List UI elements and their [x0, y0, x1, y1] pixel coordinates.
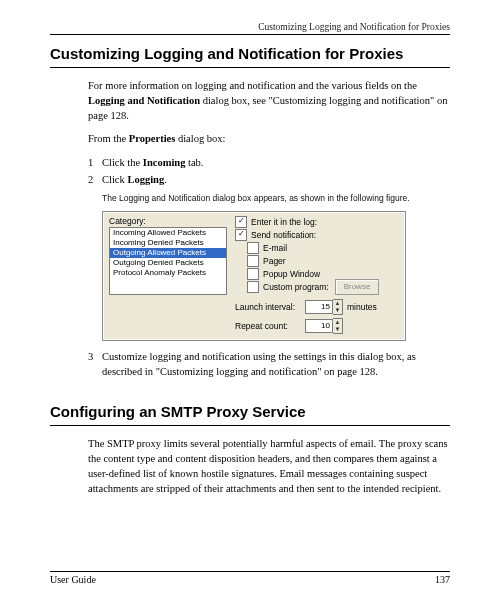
text: Click: [102, 174, 127, 185]
smtp-paragraph: The SMTP proxy limits several potentiall…: [88, 436, 450, 497]
running-head: Customizing Logging and Notification for…: [50, 22, 450, 32]
launch-interval-input[interactable]: 15: [305, 300, 333, 314]
checkbox-label: E-mail: [263, 242, 287, 254]
text: From the: [88, 133, 129, 144]
category-label: Category:: [109, 216, 227, 226]
bold-text: Logging and Notification: [88, 95, 200, 106]
checkbox-send-notification[interactable]: [235, 229, 247, 241]
section-rule: [50, 67, 450, 68]
step-text: Customize logging and notification using…: [102, 349, 450, 379]
checkbox-label: Popup Window: [263, 268, 320, 280]
list-item[interactable]: Outgoing Denied Packets: [110, 258, 226, 268]
text: .: [164, 174, 167, 185]
list-item[interactable]: Protocol Anomaly Packets: [110, 268, 226, 278]
step-3: 3 Customize logging and notification usi…: [88, 349, 450, 379]
spin-control[interactable]: ▲▼: [333, 318, 343, 334]
checkbox-label: Enter it in the log:: [251, 216, 317, 228]
list-item[interactable]: Incoming Denied Packets: [110, 238, 226, 248]
checkbox-label: Pager: [263, 255, 286, 267]
repeat-count-input[interactable]: 10: [305, 319, 333, 333]
list-item[interactable]: Incoming Allowed Packets: [110, 228, 226, 238]
from-properties: From the Properties dialog box:: [88, 131, 450, 146]
step-text: Click Logging.: [102, 172, 450, 187]
step-number: 2: [88, 172, 102, 187]
section-rule: [50, 425, 450, 426]
section-title-smtp: Configuring an SMTP Proxy Service: [50, 403, 450, 422]
step-number: 3: [88, 349, 102, 379]
step-note: The Logging and Notification dialog box …: [102, 193, 450, 204]
checkbox-enter-log[interactable]: [235, 216, 247, 228]
text: dialog box:: [175, 133, 225, 144]
footer-page-number: 137: [435, 574, 450, 585]
step-text: Click the Incoming tab.: [102, 155, 450, 170]
checkbox-email[interactable]: [247, 242, 259, 254]
checkbox-label: Send notification:: [251, 229, 316, 241]
step-2: 2 Click Logging.: [88, 172, 450, 187]
step-number: 1: [88, 155, 102, 170]
text: For more information on logging and noti…: [88, 80, 417, 91]
bold-text: Properties: [129, 133, 175, 144]
launch-interval-label: Launch interval:: [235, 302, 305, 312]
browse-button[interactable]: Browse: [335, 279, 380, 295]
text: Click the: [102, 157, 143, 168]
text: tab.: [185, 157, 203, 168]
checkbox-custom-program[interactable]: [247, 281, 259, 293]
unit-label: minutes: [347, 302, 377, 312]
repeat-count-label: Repeat count:: [235, 321, 305, 331]
category-listbox[interactable]: Incoming Allowed Packets Incoming Denied…: [109, 227, 227, 295]
page-footer: User Guide 137: [50, 571, 450, 585]
bold-text: Incoming: [143, 157, 186, 168]
checkbox-label: Custom program:: [263, 281, 329, 293]
checkbox-pager[interactable]: [247, 255, 259, 267]
spin-control[interactable]: ▲▼: [333, 299, 343, 315]
section-title-logging: Customizing Logging and Notification for…: [50, 45, 450, 64]
head-rule: [50, 34, 450, 35]
footer-left: User Guide: [50, 574, 96, 585]
list-item-selected[interactable]: Outgoing Allowed Packets: [110, 248, 226, 258]
bold-text: Logging: [127, 174, 164, 185]
intro-paragraph: For more information on logging and noti…: [88, 78, 450, 124]
checkbox-popup[interactable]: [247, 268, 259, 280]
logging-dialog-figure: Category: Incoming Allowed Packets Incom…: [102, 211, 406, 341]
step-1: 1 Click the Incoming tab.: [88, 155, 450, 170]
